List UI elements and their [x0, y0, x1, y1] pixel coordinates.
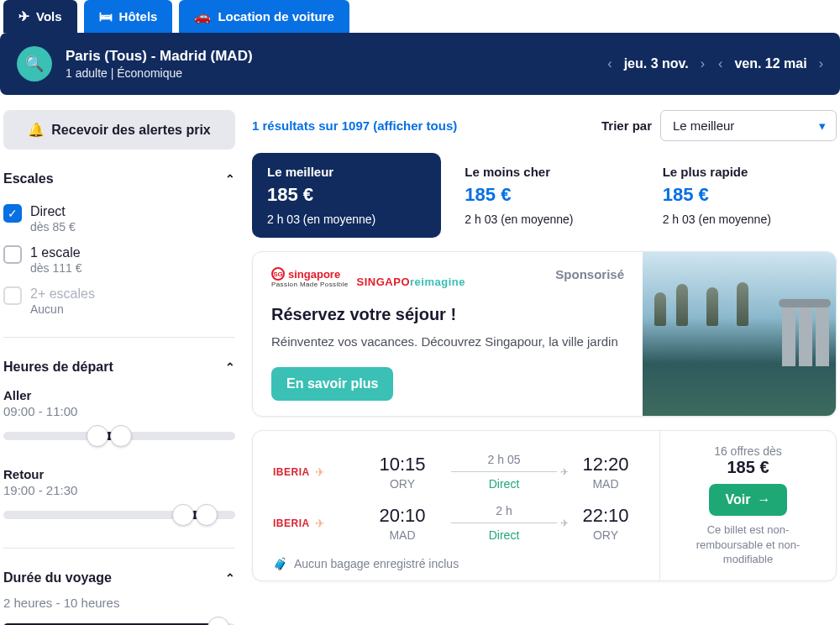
sponsor-cta-button[interactable]: En savoir plus: [271, 367, 393, 401]
sponsored-tag: Sponsorisé: [555, 267, 624, 281]
search-pax: 1 adulte | Économique: [66, 66, 594, 80]
return-slider[interactable]: [3, 506, 235, 526]
singapore-logo: SG singapore: [271, 267, 349, 281]
duration-slider[interactable]: [3, 618, 235, 625]
stop-label: 2+ escales: [30, 286, 95, 302]
times-section-toggle[interactable]: Heures de départ ⌃: [3, 360, 235, 375]
outbound-leg: IBERIA ✈ 10:15 ORY 2 h 05 ✈ Direct: [273, 446, 639, 497]
depart-date-selector[interactable]: ‹ jeu. 3 nov. ›: [607, 56, 705, 71]
compare-price: 185 €: [267, 184, 426, 206]
return-date: ven. 12 mai: [734, 56, 806, 71]
offers-count: 16 offres dès: [674, 444, 822, 458]
filter-stop-direct[interactable]: ✓ Direct dès 85 €: [3, 198, 235, 239]
slider-thumb-min[interactable]: [172, 504, 194, 526]
tab-flights-label: Vols: [36, 9, 62, 24]
filter-stop-two-plus: 2+ escales Aucun: [3, 281, 235, 322]
arr-airport: MAD: [572, 477, 639, 491]
leg-direct: Direct: [451, 477, 557, 491]
stop-label: 1 escale: [30, 245, 82, 260]
search-icon: 🔍: [25, 55, 44, 73]
stop-price: Aucun: [30, 302, 95, 316]
results-count-link[interactable]: 1 résultats sur 1097 (afficher tous): [252, 118, 457, 133]
return-date-selector[interactable]: ‹ ven. 12 mai ›: [718, 56, 823, 71]
sponsored-card[interactable]: SG singapore Passion Made Possible SINGA…: [252, 251, 837, 417]
checkbox[interactable]: [3, 245, 22, 264]
bell-icon: 🔔: [28, 122, 45, 138]
result-price: 185 €: [674, 458, 822, 477]
sort-value: Le meilleur: [673, 118, 734, 133]
filter-sidebar: 🔔 Recevoir des alertes prix Escales ⌃ ✓ …: [3, 110, 235, 625]
duration-range: 2 heures - 10 heures: [3, 596, 235, 610]
depart-date: jeu. 3 nov.: [624, 56, 689, 71]
sponsor-image: [643, 252, 836, 416]
baggage-text: Aucun bagage enregistré inclus: [294, 557, 459, 570]
duration-section-toggle[interactable]: Durée du voyage ⌃: [3, 570, 235, 586]
plane-tail-icon: ✈: [315, 465, 325, 479]
sort-label: Trier par: [601, 118, 652, 133]
outbound-slider[interactable]: [3, 427, 235, 447]
dep-time: 10:15: [369, 454, 436, 475]
slider-thumb-max[interactable]: [110, 425, 132, 447]
chevron-up-icon: ⌃: [225, 571, 235, 585]
compare-price: 185 €: [663, 184, 822, 206]
arr-airport: ORY: [572, 528, 639, 542]
price-alert-button[interactable]: 🔔 Recevoir des alertes prix: [3, 110, 235, 150]
plane-icon: ✈: [560, 517, 569, 529]
return-leg: IBERIA ✈ 20:10 MAD 2 h ✈ Direct: [273, 497, 639, 549]
chevron-up-icon: ⌃: [225, 172, 235, 186]
return-range: 19:00 - 21:30: [3, 483, 235, 497]
leg-duration: 2 h 05: [451, 453, 557, 466]
sponsor-body: Réinventez vos vacances. Découvrez Singa…: [271, 333, 624, 350]
stops-section-toggle[interactable]: Escales ⌃: [3, 171, 235, 186]
compare-cheapest[interactable]: Le moins cher 185 € 2 h 03 (en moyenne): [449, 153, 638, 238]
compare-title: Le moins cher: [465, 165, 623, 179]
view-deal-label: Voir: [726, 492, 751, 507]
arrow-right-icon: →: [757, 492, 770, 507]
filter-stop-one[interactable]: 1 escale dès 111 €: [3, 239, 235, 281]
outbound-range: 09:00 - 11:00: [3, 404, 235, 418]
brand-name: singapore: [288, 268, 340, 281]
slider-thumb-max[interactable]: [196, 504, 218, 526]
return-label: Retour: [3, 467, 235, 481]
leg-direct: Direct: [451, 528, 557, 542]
sort-select[interactable]: Le meilleur: [660, 110, 837, 141]
airline-logo: IBERIA ✈: [273, 517, 354, 530]
compare-fastest[interactable]: Le plus rapide 185 € 2 h 03 (en moyenne): [648, 153, 837, 238]
product-tabs: ✈ Vols 🛏 Hôtels 🚗 Location de voiture: [0, 0, 840, 33]
chevron-right-icon[interactable]: ›: [701, 56, 705, 71]
view-deal-button[interactable]: Voir →: [709, 484, 788, 516]
tab-flights[interactable]: ✈ Vols: [3, 0, 77, 33]
car-icon: 🚗: [194, 8, 211, 24]
search-route: Paris (Tous) - Madrid (MAD): [66, 48, 594, 65]
compare-duration: 2 h 03 (en moyenne): [267, 213, 426, 226]
chevron-up-icon: ⌃: [225, 360, 235, 374]
search-button[interactable]: 🔍: [17, 46, 52, 81]
arr-time: 12:20: [572, 454, 639, 475]
slider-thumb-max[interactable]: [207, 617, 229, 625]
compare-title: Le meilleur: [267, 165, 426, 179]
results-content: 1 résultats sur 1097 (afficher tous) Tri…: [252, 110, 837, 625]
compare-cards: Le meilleur 185 € 2 h 03 (en moyenne) Le…: [252, 153, 837, 238]
tab-hotels[interactable]: 🛏 Hôtels: [84, 0, 173, 33]
airline-logo: IBERIA ✈: [273, 465, 354, 479]
arr-time: 22:10: [572, 505, 639, 527]
times-title: Heures de départ: [3, 360, 113, 375]
price-alert-label: Recevoir des alertes prix: [51, 123, 210, 138]
chevron-left-icon[interactable]: ‹: [607, 56, 612, 71]
tab-hotels-label: Hôtels: [119, 9, 158, 24]
compare-best[interactable]: Le meilleur 185 € 2 h 03 (en moyenne): [252, 153, 441, 238]
dep-airport: MAD: [369, 528, 436, 542]
sg-icon: SG: [271, 267, 285, 281]
plane-icon: ✈: [560, 466, 569, 478]
tab-car[interactable]: 🚗 Location de voiture: [179, 0, 349, 33]
checkbox[interactable]: ✓: [3, 204, 22, 223]
plane-tail-icon: ✈: [315, 517, 325, 530]
search-summary-bar: 🔍 Paris (Tous) - Madrid (MAD) 1 adulte |…: [0, 33, 840, 95]
slider-thumb-min[interactable]: [87, 425, 108, 447]
dep-time: 20:10: [369, 505, 436, 527]
leg-duration: 2 h: [451, 504, 557, 517]
outbound-label: Aller: [3, 388, 235, 402]
chevron-right-icon[interactable]: ›: [819, 56, 823, 71]
dep-airport: ORY: [369, 477, 436, 491]
chevron-left-icon[interactable]: ‹: [718, 56, 722, 71]
